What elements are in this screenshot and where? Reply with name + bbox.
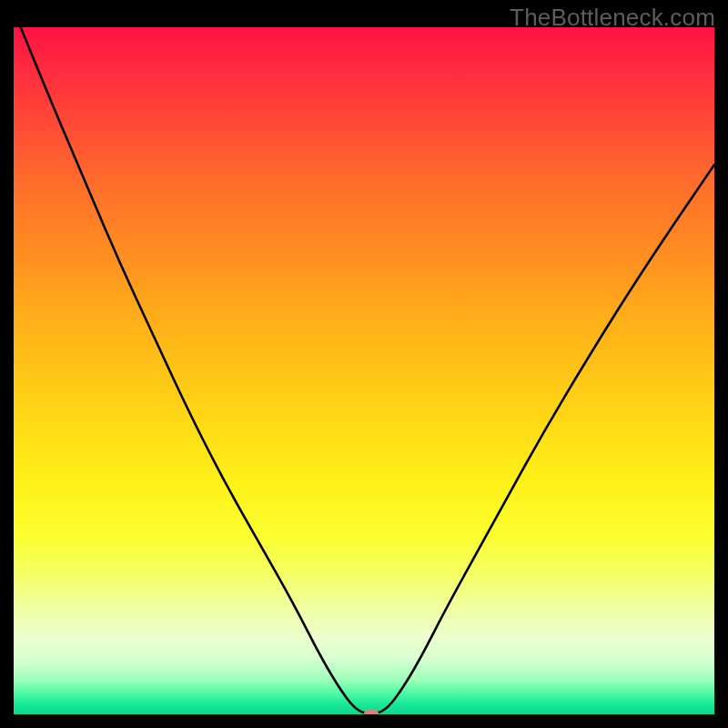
minimum-marker bbox=[364, 709, 379, 714]
chart-frame: TheBottleneck.com bbox=[0, 0, 728, 728]
bottleneck-curve bbox=[21, 27, 714, 713]
plot-area bbox=[14, 27, 714, 714]
curve-svg bbox=[14, 27, 714, 714]
watermark-text: TheBottleneck.com bbox=[510, 4, 715, 32]
